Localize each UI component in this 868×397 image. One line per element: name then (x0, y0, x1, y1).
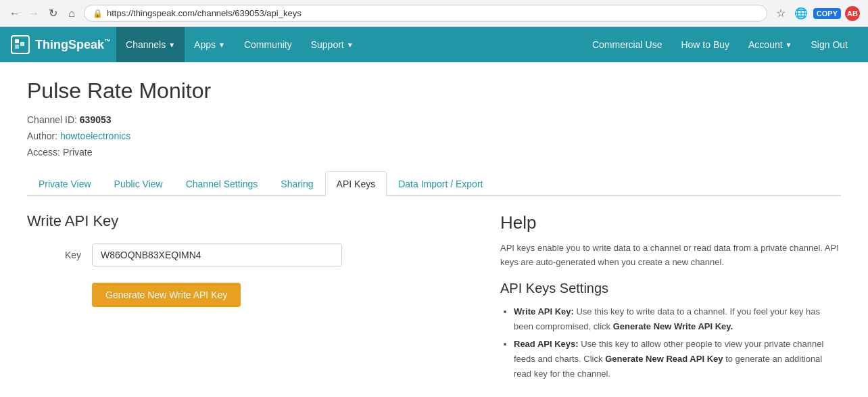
page-title: Pulse Rate Monitor (27, 78, 841, 103)
tab-data-import-export[interactable]: Data Import / Export (387, 171, 494, 196)
globe-button[interactable]: 🌐 (793, 5, 809, 22)
forward-button[interactable]: → (27, 7, 41, 20)
write-api-panel: Write API Key Key Generate New Write API… (27, 212, 460, 384)
help-list: Write API Key: Use this key to write dat… (500, 304, 841, 381)
help-list-item-read: Read API Keys: Use this key to allow oth… (514, 337, 841, 381)
author-link[interactable]: howtoelectronics (60, 131, 130, 141)
api-key-input[interactable] (92, 243, 342, 266)
home-button[interactable]: ⌂ (65, 7, 78, 20)
support-arrow: ▼ (347, 41, 354, 49)
author-row: Author: howtoelectronics (27, 131, 841, 141)
channel-tabs: Private View Public View Channel Setting… (27, 171, 841, 196)
write-key-bold: Write API Key: (514, 306, 574, 317)
channels-arrow: ▼ (168, 41, 175, 49)
key-label: Key (27, 250, 81, 260)
browser-chrome: ← → ↻ ⌂ 🔒 https://thingspeak.com/channel… (0, 0, 868, 27)
lock-icon: 🔒 (93, 9, 103, 18)
help-panel: Help API keys enable you to write data t… (500, 212, 841, 384)
channel-id-row: Channel ID: 639053 (27, 114, 841, 125)
nav-apps[interactable]: Apps ▼ (185, 27, 235, 62)
nav-community[interactable]: Community (235, 27, 302, 62)
brand-logo[interactable]: ThingSpeak™ (11, 35, 111, 54)
channel-id-label: Channel ID: (27, 114, 77, 125)
account-arrow: ▼ (786, 41, 792, 49)
channel-id-value: 639053 (80, 114, 112, 125)
navbar: ThingSpeak™ Channels ▼ Apps ▼ Community … (0, 27, 868, 62)
main-content: Pulse Rate Monitor Channel ID: 639053 Au… (0, 62, 868, 397)
brand-icon (11, 35, 30, 54)
generate-write-api-btn[interactable]: Generate New Write API Key (92, 283, 241, 307)
browser-actions: ☆ 🌐 COPY AB (773, 5, 860, 22)
tab-private-view[interactable]: Private View (27, 171, 103, 196)
access-label: Access: (27, 147, 60, 158)
help-title: Help (500, 212, 841, 233)
apps-arrow: ▼ (218, 41, 225, 49)
help-description: API keys enable you to write data to a c… (500, 241, 841, 270)
write-key-btn-text: Generate New Write API Key. (613, 321, 733, 331)
address-bar[interactable]: 🔒 https://thingspeak.com/channels/639053… (84, 5, 767, 22)
nav-how-to-buy[interactable]: How to Buy (671, 27, 739, 62)
tab-public-view[interactable]: Public View (103, 171, 174, 196)
url-text: https://thingspeak.com/channels/639053/a… (107, 8, 302, 18)
svg-rect-1 (15, 45, 19, 49)
tab-channel-settings[interactable]: Channel Settings (174, 171, 270, 196)
svg-rect-0 (15, 39, 19, 43)
abp-extension[interactable]: AB (845, 6, 860, 21)
nav-channels[interactable]: Channels ▼ (116, 27, 185, 62)
nav-account[interactable]: Account ▼ (739, 27, 802, 62)
read-key-bold: Read API Keys: (514, 339, 579, 349)
nav-items: Channels ▼ Apps ▼ Community Support ▼ (116, 27, 583, 62)
api-keys-settings-title: API Keys Settings (500, 281, 841, 296)
back-button[interactable]: ← (8, 7, 22, 20)
nav-sign-out[interactable]: Sign Out (802, 27, 857, 62)
write-api-title: Write API Key (27, 212, 460, 230)
reload-button[interactable]: ↻ (46, 7, 59, 20)
star-button[interactable]: ☆ (773, 5, 789, 22)
api-key-row: Key (27, 243, 460, 266)
author-label: Author: (27, 131, 57, 141)
brand-tm: ™ (104, 38, 111, 45)
nav-commercial-use[interactable]: Commercial Use (583, 27, 671, 62)
access-row: Access: Private (27, 147, 841, 158)
nav-support[interactable]: Support ▼ (302, 27, 363, 62)
tab-sharing[interactable]: Sharing (269, 171, 324, 196)
nav-right: Commercial Use How to Buy Account ▼ Sign… (583, 27, 857, 62)
access-value: Private (63, 147, 93, 158)
tab-api-keys[interactable]: API Keys (325, 171, 387, 196)
copy-extension[interactable]: COPY (813, 8, 841, 19)
help-list-item-write: Write API Key: Use this key to write dat… (514, 304, 841, 334)
brand-name: ThingSpeak™ (35, 38, 111, 52)
read-key-btn-text: Generate New Read API Key (605, 354, 723, 364)
content-area: Write API Key Key Generate New Write API… (27, 212, 841, 384)
svg-rect-2 (20, 42, 24, 46)
